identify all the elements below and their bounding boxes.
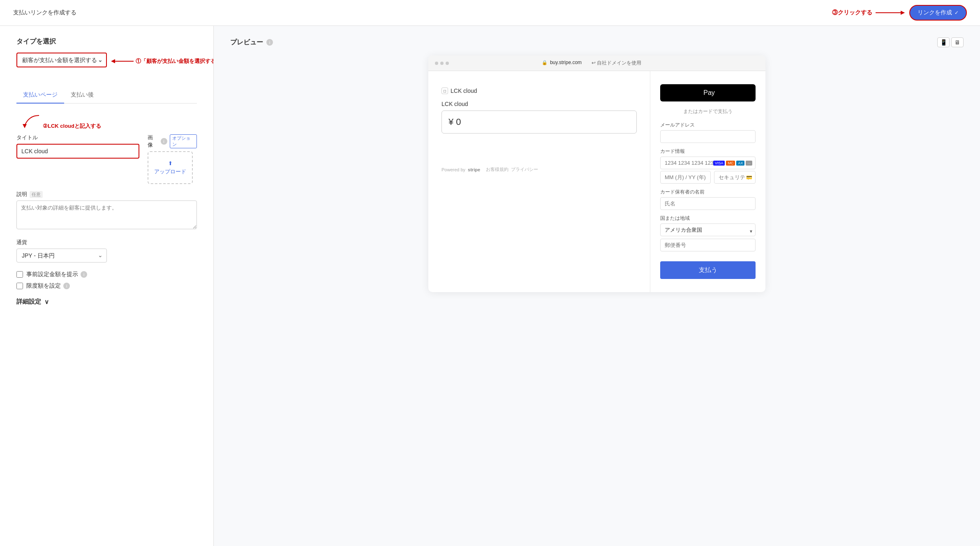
create-link-button[interactable]: リンクを作成 ✓ [909, 5, 967, 21]
pay-button[interactable]: 支払う [660, 261, 756, 279]
tab-payment-page[interactable]: 支払いページ [16, 88, 64, 104]
limit-checkbox-group: 限度額を設定 i [16, 282, 197, 290]
currency-select[interactable]: JPY - 日本円 USD - 米ドル EUR - ユーロ [16, 249, 107, 263]
terms-link[interactable]: お客様規約 [486, 166, 508, 173]
currency-select-wrapper: JPY - 日本円 USD - 米ドル EUR - ユーロ [16, 249, 107, 263]
tabs-container: 支払いページ 支払い後 [16, 88, 197, 104]
limit-info-icon[interactable]: i [63, 283, 70, 289]
preview-device-icons: 📱 🖥 [937, 37, 964, 47]
preview-info-icon[interactable]: i [266, 39, 273, 46]
cvv-icon: 💳 [746, 175, 752, 180]
currency-label: 通貨 [16, 239, 197, 246]
tab-after-payment[interactable]: 支払い後 [64, 88, 100, 104]
email-label: メールアドレス [660, 122, 756, 129]
expiry-input[interactable] [660, 171, 711, 184]
domain-icon: ↩ [592, 60, 596, 66]
optional-badge: 任意 [30, 191, 43, 198]
lock-icon: 🔒 [542, 60, 548, 65]
type-select[interactable]: 顧客が支払い金額を選択する [16, 53, 107, 67]
annotation-2-arrow [16, 113, 41, 130]
preview-product-name: LCK cloud [441, 101, 637, 107]
image-group: 画像 i オプション ⬆ アップロード [148, 134, 197, 184]
annotation-1-text: ①「顧客が支払い金額を選択する」を選ぶ。 [136, 58, 214, 65]
brand-icon: □ [441, 88, 448, 94]
privacy-link[interactable]: プライバシー [511, 166, 538, 173]
or-card-text: またはカードで支払う [660, 108, 756, 115]
browser-tab-stripe[interactable]: 🔒 buy.stripe.com [542, 60, 582, 67]
preview-brand: □ LCK cloud [441, 88, 637, 94]
main-content: タイプを選択 顧客が支払い金額を選択する ⌄ ①「顧客が支払い金額を選択する」を… [0, 26, 980, 546]
annotation-1-arrow [111, 57, 136, 65]
cardholder-label: カード保有者の名前 [660, 189, 756, 196]
preview-amount-box[interactable]: ¥ 0 [441, 111, 637, 134]
description-textarea[interactable] [16, 200, 197, 229]
expiry-cvv-row: 💳 [660, 171, 756, 184]
country-label: 国または地域 [660, 215, 756, 222]
card-info-label: カード情報 [660, 148, 756, 155]
preview-title: プレビュー [230, 38, 263, 47]
header: 支払いリンクを作成する ③クリックする リンクを作成 ✓ [0, 0, 980, 26]
limit-checkbox[interactable] [16, 283, 23, 289]
country-select-wrapper: アメリカ合衆国 [660, 223, 756, 239]
cvv-wrapper: 💳 [714, 171, 756, 184]
browser-tabs: 🔒 buy.stripe.com ↩ 自社ドメインを使用 [542, 60, 642, 67]
image-info-icon[interactable]: i [161, 138, 167, 145]
mobile-device-icon[interactable]: 📱 [937, 37, 950, 47]
card-icons: VISA MC AX ··· [713, 161, 752, 166]
browser-tab-custom[interactable]: ↩ 自社ドメインを使用 [592, 60, 641, 67]
preview-content: □ LCK cloud LCK cloud ¥ 0 Powered by str… [428, 71, 765, 292]
svg-marker-1 [111, 59, 115, 63]
cardholder-input[interactable] [660, 197, 756, 210]
currency-group: 通貨 JPY - 日本円 USD - 米ドル EUR - ユーロ [16, 239, 197, 263]
mastercard-icon: MC [726, 161, 735, 166]
advanced-settings[interactable]: 詳細設定 ∨ [16, 298, 197, 306]
type-section: タイプを選択 顧客が支払い金額を選択する ⌄ ①「顧客が支払い金額を選択する」を… [16, 37, 197, 67]
annotation-2-text: ②LCK cloudと記入する [43, 122, 101, 130]
header-title: 支払いリンクを作成する [13, 9, 76, 16]
email-input[interactable] [660, 130, 756, 143]
preview-title-group: プレビュー i [230, 38, 273, 47]
browser-dot-1 [435, 62, 438, 65]
apple-pay-button[interactable]: Pay [660, 84, 756, 101]
browser-bar: 🔒 buy.stripe.com ↩ 自社ドメインを使用 [428, 55, 765, 71]
description-group: 説明 任意 [16, 191, 197, 230]
section-title: タイプを選択 [16, 37, 197, 46]
option-badge: オプション [170, 134, 197, 148]
preset-info-icon[interactable]: i [81, 271, 87, 278]
image-upload-box[interactable]: ⬆ アップロード [148, 151, 193, 184]
title-label: タイトル [16, 134, 139, 141]
email-form-group: メールアドレス [660, 122, 756, 143]
chevron-down-icon: ∨ [44, 298, 49, 306]
title-input[interactable] [16, 144, 139, 159]
annotation-2-wrapper: ②LCK cloudと記入する [16, 113, 197, 130]
svg-marker-2 [23, 124, 27, 128]
other-card-icon: ··· [746, 161, 752, 166]
description-label: 説明 任意 [16, 191, 197, 198]
preview-powered-section: Powered by stripe お客様規約 プライバシー [441, 166, 637, 173]
preset-amount-checkbox[interactable] [16, 271, 23, 278]
visa-icon: VISA [713, 161, 725, 166]
tabs: 支払いページ 支払い後 [16, 88, 197, 104]
powered-by: Powered by stripe お客様規約 プライバシー [441, 166, 637, 173]
cardholder-form-group: カード保有者の名前 [660, 189, 756, 210]
left-panel: タイプを選択 顧客が支払い金額を選択する ⌄ ①「顧客が支払い金額を選択する」を… [0, 26, 214, 546]
amex-icon: AX [736, 161, 744, 166]
title-group: タイトル [16, 134, 139, 159]
upload-icon: ⬆ [168, 160, 173, 166]
preset-amount-checkbox-group: 事前設定金額を提示 i [16, 271, 197, 278]
annotation-1: ①「顧客が支払い金額を選択する」を選ぶ。 [111, 57, 214, 65]
card-info-form-group: カード情報 VISA MC AX ··· [660, 148, 756, 184]
chevron-icon: ✓ [955, 10, 959, 16]
card-number-row: VISA MC AX ··· [660, 157, 756, 169]
postal-input[interactable] [660, 239, 756, 251]
country-select[interactable]: アメリカ合衆国 [660, 223, 756, 236]
desktop-device-icon[interactable]: 🖥 [951, 37, 964, 47]
preset-amount-label: 事前設定金額を提示 i [26, 271, 87, 278]
image-label: 画像 i オプション [148, 134, 197, 149]
preview-browser: 🔒 buy.stripe.com ↩ 自社ドメインを使用 □ LCK c [428, 55, 765, 292]
type-select-wrapper: 顧客が支払い金額を選択する ⌄ [16, 53, 107, 67]
preview-left: □ LCK cloud LCK cloud ¥ 0 Powered by str… [428, 71, 650, 292]
stripe-label: stripe [468, 167, 480, 172]
preview-header: プレビュー i 📱 🖥 [230, 37, 964, 47]
annotation-2: ②LCK cloudと記入する [16, 113, 197, 130]
